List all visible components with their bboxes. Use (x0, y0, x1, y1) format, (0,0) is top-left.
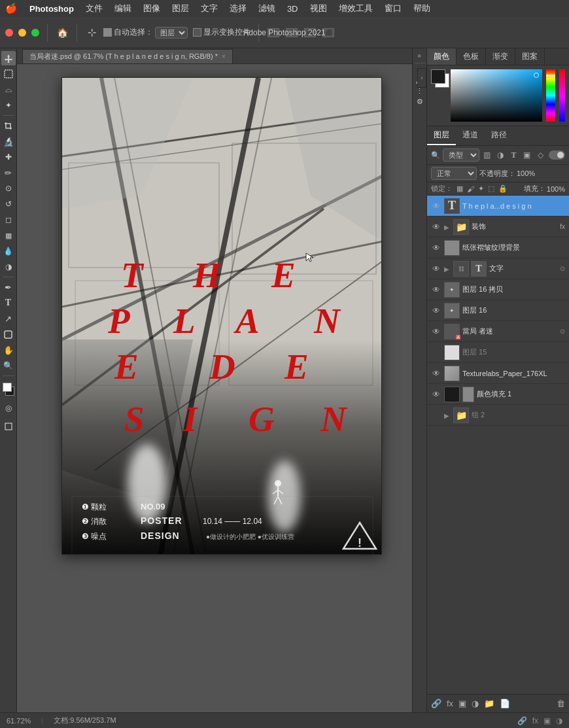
blur-tool[interactable]: 💧 (1, 244, 16, 258)
color-picker[interactable] (1, 381, 16, 397)
lock-paint-icon[interactable]: 🖌 (467, 185, 474, 193)
apple-menu[interactable]: 🍎 (5, 3, 18, 14)
history-brush-tool[interactable]: ↺ (1, 197, 16, 211)
side-icon-4[interactable]: ⚙ (417, 97, 423, 106)
menu-help[interactable]: 帮助 (413, 3, 430, 14)
status-icon-adjust[interactable]: ◑ (556, 716, 562, 725)
layer-visibility-toggle[interactable] (431, 347, 441, 358)
document-tab[interactable]: 当局者迷.psd @ 61.7% (T h e p l a n e d e s … (22, 49, 233, 63)
foreground-color-swatch[interactable] (3, 383, 12, 392)
hue-slider[interactable] (546, 69, 555, 122)
menu-edit[interactable]: 编辑 (114, 3, 131, 14)
eyedropper-tool[interactable]: 🔬 (1, 134, 16, 148)
new-group-btn[interactable]: 📁 (484, 699, 494, 708)
maximize-button[interactable] (31, 29, 39, 37)
opacity-value[interactable]: 100% (517, 169, 535, 177)
filter-shape-icon[interactable]: ▣ (522, 149, 532, 161)
fill-value[interactable]: 100% (547, 185, 565, 193)
layer-item[interactable]: 👁 颜色填充 1 (427, 384, 569, 405)
stamp-tool[interactable]: ⊙ (1, 181, 16, 196)
layer-visibility-toggle[interactable]: 👁 (431, 326, 441, 337)
collapse-icon[interactable]: « (416, 54, 423, 58)
blend-mode-select[interactable]: 正常 溶解 正片叠底 (431, 167, 477, 180)
layer-visibility-toggle[interactable]: 👁 (431, 243, 441, 253)
show-transform-checkbox[interactable] (193, 28, 201, 37)
heal-tool[interactable]: ✚ (1, 150, 16, 164)
filter-toggle[interactable] (549, 150, 566, 160)
layer-item[interactable]: 👁 ✦ 图层 16 拷贝 (427, 279, 569, 300)
layer-item[interactable]: 👁 T T h e p l a...d e s i g n (427, 196, 569, 217)
collapse-panel-btn[interactable]: › (417, 68, 426, 88)
layer-item[interactable]: 👁 纸张褶皱纹理背景 (427, 237, 569, 258)
link-layers-btn[interactable]: 🔗 (431, 699, 441, 708)
quick-mask-tool[interactable]: ◎ (1, 401, 16, 415)
filter-adjust-icon[interactable]: ◑ (495, 149, 506, 161)
swatches-tab[interactable]: 色板 (457, 48, 486, 65)
layer-item[interactable]: 👁 Texturelabs_Paper_176XL (427, 363, 569, 384)
minimize-button[interactable] (18, 29, 26, 37)
magic-wand-tool[interactable]: ✦ (1, 98, 16, 113)
screen-mode-btn[interactable] (1, 419, 16, 434)
canvas-viewport[interactable]: T H E P L A N E D E S I (17, 64, 426, 712)
lock-all-icon[interactable]: 🔒 (498, 184, 508, 193)
selection-tool[interactable] (1, 67, 16, 81)
layer-type-filter[interactable]: 类型 名称 效果 (443, 148, 479, 162)
layer-item[interactable]: 👁 ✦ 图层 16 (427, 300, 569, 321)
menu-select[interactable]: 选择 (230, 3, 247, 14)
layer-item[interactable]: 图层 15 (427, 342, 569, 363)
brush-tool[interactable]: ✏ (1, 165, 16, 180)
color-gradient-picker[interactable] (451, 69, 542, 122)
fill-control[interactable]: 填充： 100% (524, 184, 565, 194)
menu-file[interactable]: 文件 (86, 3, 103, 14)
gradients-tab[interactable]: 渐变 (486, 48, 515, 65)
new-layer-btn[interactable]: 📄 (500, 699, 510, 708)
filter-pixel-icon[interactable]: ▥ (482, 149, 492, 161)
layer-list[interactable]: 👁 T T h e p l a...d e s i g n 👁 ▶ 📁 装饰 f… (427, 196, 569, 694)
layer-visibility-toggle[interactable]: 👁 (431, 305, 441, 316)
layer-visibility-toggle[interactable]: 👁 (431, 368, 441, 379)
layers-tab[interactable]: 图层 (427, 126, 456, 145)
lock-transparency-icon[interactable]: ▦ (457, 184, 463, 193)
pen-tool[interactable]: ✒ (1, 280, 16, 294)
add-fx-btn[interactable]: fx (447, 699, 453, 708)
layer-item[interactable]: 👁 ▶ ⛓ T 文字 ⊙ (427, 258, 569, 279)
layer-visibility-toggle[interactable]: 👁 (431, 222, 441, 232)
layer-expand-icon[interactable]: ▶ (444, 224, 451, 230)
status-icon-fx[interactable]: fx (532, 716, 538, 725)
status-icon-link[interactable]: 🔗 (517, 716, 527, 725)
layer-expand-icon[interactable]: ▶ (444, 266, 451, 272)
layer-item[interactable]: ▶ 📁 组 2 (427, 405, 569, 426)
layer-item[interactable]: 👁 ▶ 📁 装饰 fx (427, 217, 569, 237)
menu-type[interactable]: 文字 (201, 3, 218, 14)
menu-filter[interactable]: 滤镜 (258, 3, 275, 14)
menu-plugins[interactable]: 增效工具 (339, 3, 373, 14)
close-button[interactable] (5, 29, 13, 37)
extra-color-bar[interactable] (559, 69, 565, 122)
side-icon-3[interactable]: ⋮ (416, 87, 423, 95)
lock-artboard-icon[interactable]: ⬚ (488, 184, 494, 193)
move-tool-icon[interactable]: ⊹ (85, 26, 98, 39)
layer-visibility-toggle[interactable]: 👁 (431, 201, 441, 211)
filter-type-icon[interactable]: T (508, 149, 519, 161)
menu-3d[interactable]: 3D (287, 4, 298, 14)
move-tool[interactable] (1, 51, 16, 65)
layer-visibility-toggle[interactable]: 👁 (431, 285, 441, 295)
lasso-tool[interactable]: ⌓ (1, 82, 16, 97)
gradient-tool[interactable]: ▦ (1, 228, 16, 243)
color-tab[interactable]: 颜色 (427, 48, 457, 65)
menu-layer[interactable]: 图层 (172, 3, 189, 14)
status-icon-mask[interactable]: ▣ (543, 716, 551, 725)
auto-select-checkbox[interactable] (103, 28, 112, 37)
menu-window[interactable]: 窗口 (385, 3, 402, 14)
menu-view[interactable]: 视图 (310, 3, 327, 14)
filter-smart-icon[interactable]: ◇ (535, 149, 545, 161)
auto-select-dropdown[interactable]: 图层 组 (155, 27, 188, 39)
home-icon[interactable]: 🏠 (56, 26, 69, 39)
text-tool[interactable]: T (1, 296, 16, 310)
delete-layer-btn[interactable]: 🗑 (557, 699, 565, 708)
layer-expand-icon[interactable]: ▶ (444, 412, 451, 419)
crop-tool[interactable] (1, 118, 16, 133)
layer-item[interactable]: 👁 A 當局 者迷 ⊙ (427, 321, 569, 342)
screen-mode[interactable] (1, 419, 16, 434)
paths-tab[interactable]: 路径 (485, 126, 513, 145)
